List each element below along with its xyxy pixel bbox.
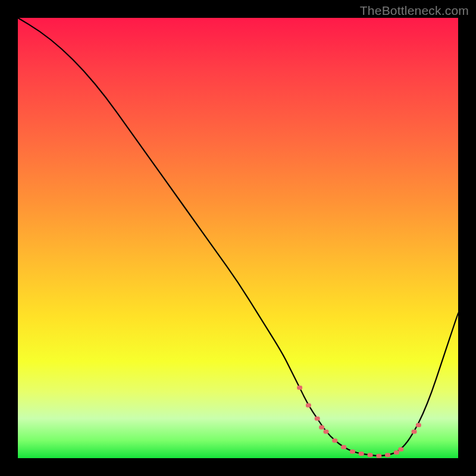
optimal-dot (385, 453, 390, 457)
bottleneck-curve-svg (18, 18, 458, 458)
optimal-dot (394, 450, 399, 455)
optimal-dot (341, 445, 346, 449)
optimal-dot (416, 423, 421, 427)
optimal-dot (332, 439, 337, 443)
optimal-dot (297, 386, 302, 390)
optimal-dot (368, 453, 373, 457)
chart-frame: TheBottleneck.com (0, 0, 476, 476)
optimal-dot (359, 452, 364, 456)
optimal-dot (376, 454, 381, 458)
optimal-dot (324, 430, 329, 434)
optimal-dot (412, 430, 417, 434)
watermark-label: TheBottleneck.com (360, 4, 469, 18)
optimal-dot (319, 425, 324, 430)
chart-plot-area (18, 18, 458, 458)
optimal-dot (315, 416, 320, 421)
optimal-dot (398, 447, 403, 452)
optimal-dot (350, 449, 355, 453)
optimal-dot (306, 403, 311, 408)
bottleneck-curve-path (18, 18, 458, 456)
